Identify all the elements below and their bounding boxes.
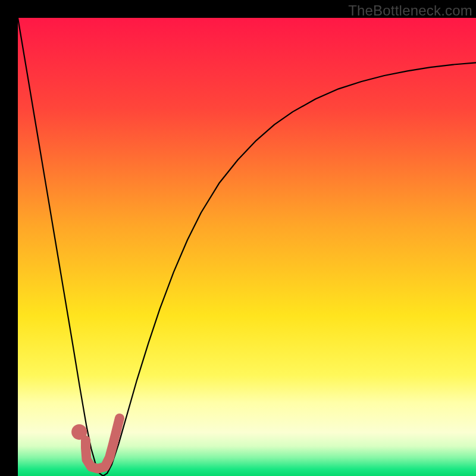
plot-area bbox=[18, 18, 476, 476]
watermark-text: TheBottleneck.com bbox=[348, 2, 472, 19]
marker-dot bbox=[71, 424, 87, 440]
chart-svg bbox=[18, 18, 476, 476]
chart-background bbox=[18, 18, 476, 476]
chart-frame: TheBottleneck.com bbox=[0, 0, 476, 476]
